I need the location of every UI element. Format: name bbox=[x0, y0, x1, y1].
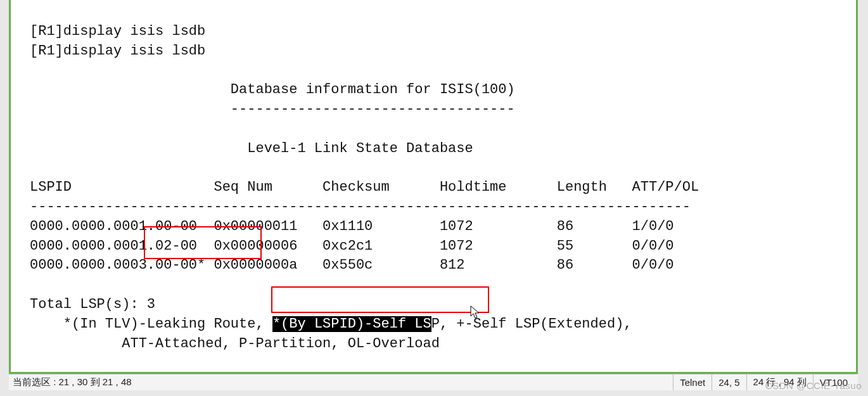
terminal-window: [R1]display isis lsdb [R1]display isis l… bbox=[9, 0, 858, 374]
lsdb-row: 0000.0000.0001.00-00 0x00000011 0x1110 1… bbox=[30, 219, 674, 234]
status-protocol: Telnet bbox=[673, 374, 712, 390]
db-heading: Database information for ISIS(100) bbox=[30, 82, 515, 98]
cmd-line: [R1]display isis lsdb bbox=[30, 23, 205, 39]
lsdb-row: 0000.0000.0001.02-00 0x00000006 0xc2c1 1… bbox=[30, 238, 674, 254]
status-selection: 当前选区 : 21 , 30 到 21 , 48 bbox=[13, 376, 132, 388]
lsdb-row: 0000.0000.0003.00-00* 0x0000000a 0x550c … bbox=[30, 257, 674, 273]
status-cursor-pos: 24, 5 bbox=[712, 374, 746, 390]
terminal-output[interactable]: [R1]display isis lsdb [R1]display isis l… bbox=[11, 0, 856, 396]
total-lsp: Total LSP(s): 3 bbox=[30, 297, 155, 312]
column-headers: LSPID Seq Num Checksum Holdtime Length A… bbox=[30, 179, 699, 195]
selected-text[interactable]: *(By LSPID)-Self LS bbox=[272, 316, 431, 332]
status-bar: 当前选区 : 21 , 30 到 21 , 48 Telnet 24, 5 24… bbox=[9, 374, 858, 390]
level-heading: Level-1 Link State Database bbox=[30, 141, 473, 156]
legend-line: ATT-Attached, P-Partition, OL-Overload bbox=[30, 336, 440, 352]
watermark-text: CSDN @CCIE-Yasuo bbox=[765, 380, 862, 391]
legend-text: *(In TLV)-Leaking Route, bbox=[30, 316, 272, 332]
column-underline: ----------------------------------------… bbox=[30, 199, 691, 215]
db-heading-underline: ---------------------------------- bbox=[30, 101, 515, 117]
cmd-line: [R1]display isis lsdb bbox=[30, 43, 205, 59]
legend-text: P, +-Self LSP(Extended), bbox=[431, 316, 632, 332]
legend-line: *(In TLV)-Leaking Route, *(By LSPID)-Sel… bbox=[30, 316, 632, 332]
